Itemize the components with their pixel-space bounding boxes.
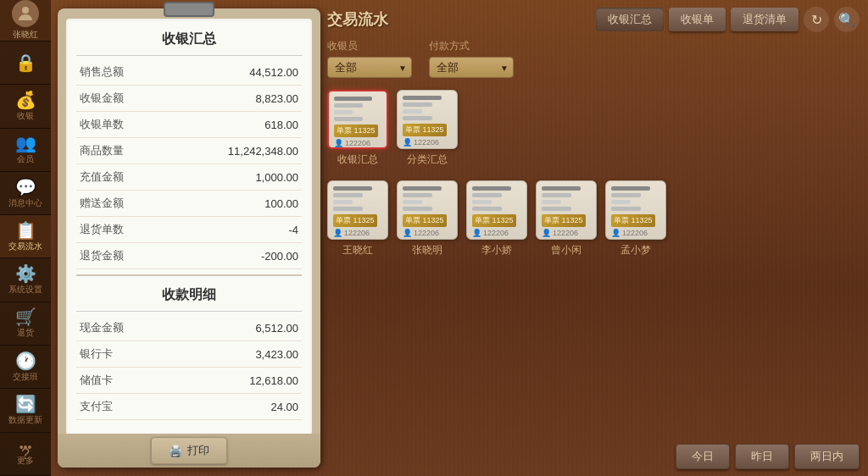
card-item-card-lixiaoqiao[interactable]: 单票 11325 👤 122206 李小娇 bbox=[466, 180, 527, 257]
card-user-id: 122206 bbox=[414, 229, 439, 237]
transaction-icon: 📋 bbox=[15, 222, 36, 239]
message-icon: 💬 bbox=[15, 179, 36, 196]
refund-list-button[interactable]: 退货清单 bbox=[731, 8, 798, 31]
summary-row: 赠送金额100.00 bbox=[76, 191, 302, 217]
card-line-1 bbox=[334, 97, 372, 101]
sidebar-shift-label: 交接班 bbox=[13, 372, 38, 382]
top-bar: 交易流水 收银汇总 收银单 退货清单 ↻ 🔍 bbox=[327, 7, 860, 32]
search-button[interactable]: 🔍 bbox=[834, 7, 860, 32]
card-badge: 单票 11325 bbox=[333, 214, 377, 227]
row-label: 收银单数 bbox=[76, 112, 166, 138]
row-label: 销售总额 bbox=[76, 59, 166, 86]
row-value: 1,000.00 bbox=[166, 164, 302, 191]
sidebar-item-cashier[interactable]: 💰 收银 bbox=[0, 85, 51, 128]
card-info: 单票 11325 👤 122206 bbox=[334, 125, 381, 147]
section-divider bbox=[76, 274, 302, 276]
refund-icon: 🛒 bbox=[15, 308, 36, 325]
card-item-card-zengxiaoxian[interactable]: 单票 11325 👤 122206 曾小闲 bbox=[536, 180, 597, 257]
summary-button[interactable]: 收银汇总 bbox=[596, 8, 664, 31]
cards-row-1: 单票 11325 👤 122206 收银汇总 bbox=[327, 90, 860, 167]
payment-filter: 付款方式 全部 bbox=[429, 39, 514, 78]
card-box: 单票 11325 👤 122206 bbox=[327, 90, 388, 149]
card-item-card-summary[interactable]: 单票 11325 👤 122206 收银汇总 bbox=[327, 90, 388, 167]
avatar bbox=[12, 0, 39, 27]
sidebar-item-update[interactable]: 🔄 数据更新 bbox=[0, 389, 51, 432]
print-button[interactable]: 🖨️ 打印 bbox=[151, 437, 227, 464]
card-line-3 bbox=[611, 200, 631, 204]
card-lines bbox=[611, 186, 660, 211]
user-avatar-section[interactable]: 张晓红 bbox=[0, 0, 51, 42]
card-item-card-mengxiaomeng[interactable]: 单票 11325 👤 122206 孟小梦 bbox=[605, 180, 666, 257]
receipt-button[interactable]: 收银单 bbox=[669, 8, 726, 31]
sidebar-settings-label: 系统设置 bbox=[8, 285, 42, 295]
search-icon: 🔍 bbox=[838, 12, 855, 28]
row-label: 储值卡 bbox=[76, 368, 184, 394]
sidebar-item-transaction[interactable]: 📋 交易流水 bbox=[0, 215, 51, 258]
card-user-icon: 👤 bbox=[333, 229, 342, 237]
card-badge: 单票 11325 bbox=[403, 124, 447, 136]
summary-row: 销售总额44,512.00 bbox=[76, 59, 302, 86]
payment-select[interactable]: 全部 bbox=[429, 57, 514, 78]
card-badge: 单票 11325 bbox=[542, 214, 586, 227]
settings-icon: ⚙️ bbox=[15, 265, 36, 282]
sidebar-item-message[interactable]: 💬 消息中心 bbox=[0, 172, 51, 215]
cashier-filter-label: 收银员 bbox=[327, 39, 412, 53]
card-info: 单票 11325 👤 122206 bbox=[333, 214, 382, 237]
card-line-4 bbox=[333, 207, 363, 211]
card-line-1 bbox=[472, 186, 511, 191]
summary-row: 收银金额8,823.00 bbox=[76, 86, 302, 112]
row-label: 商品数量 bbox=[76, 138, 166, 164]
sidebar-item-member[interactable]: 👥 会员 bbox=[0, 129, 51, 172]
sidebar-item-lock[interactable]: 🔒 bbox=[0, 42, 51, 85]
detail-row: 储值卡12,618.00 bbox=[76, 368, 302, 394]
cashier-icon: 💰 bbox=[15, 91, 36, 108]
yesterday-button[interactable]: 昨日 bbox=[735, 444, 789, 469]
card-lines bbox=[403, 186, 452, 211]
card-user-icon: 👤 bbox=[472, 229, 481, 237]
bottom-bar: 今日 昨日 两日内 bbox=[327, 444, 860, 469]
help-button[interactable]: ? bbox=[0, 439, 51, 469]
card-item-card-zhangxiaomin[interactable]: 单票 11325 👤 122206 张晓明 bbox=[397, 180, 458, 257]
card-info: 单票 11325 👤 122206 bbox=[403, 124, 452, 147]
refresh-button[interactable]: ↻ bbox=[804, 7, 829, 32]
card-label: 李小娇 bbox=[481, 243, 512, 257]
card-lines bbox=[334, 97, 381, 121]
member-icon: 👥 bbox=[15, 135, 36, 152]
today-button[interactable]: 今日 bbox=[676, 444, 730, 469]
update-icon: 🔄 bbox=[15, 396, 36, 412]
card-line-2 bbox=[334, 103, 363, 108]
card-item-card-wangxiaohong[interactable]: 单票 11325 👤 122206 王晓红 bbox=[327, 180, 388, 257]
main-area: 收银汇总 销售总额44,512.00收银金额8,823.00收银单数618.00… bbox=[51, 0, 868, 476]
card-line-4 bbox=[403, 116, 432, 120]
card-line-3 bbox=[542, 200, 561, 204]
svg-point-0 bbox=[22, 7, 29, 14]
summary-table: 销售总额44,512.00收银金额8,823.00收银单数618.00商品数量1… bbox=[76, 59, 302, 269]
shift-icon: 🕐 bbox=[15, 352, 36, 369]
sidebar-item-shift[interactable]: 🕐 交接班 bbox=[0, 346, 51, 389]
card-item-card-category[interactable]: 单票 11325 👤 122206 分类汇总 bbox=[397, 90, 458, 167]
cards-area: 单票 11325 👤 122206 收银汇总 bbox=[327, 86, 860, 440]
cashier-select-wrapper: 全部 bbox=[327, 57, 412, 78]
detail-row: 支付宝24.00 bbox=[76, 394, 302, 420]
row-value: 100.00 bbox=[166, 191, 302, 217]
card-user-id: 122206 bbox=[622, 229, 648, 237]
card-line-1 bbox=[403, 186, 442, 191]
card-user-id: 122206 bbox=[414, 138, 439, 147]
print-icon: 🖨️ bbox=[169, 445, 182, 457]
refresh-icon: ↻ bbox=[811, 12, 822, 28]
card-user-icon: 👤 bbox=[542, 229, 551, 237]
card-line-1 bbox=[611, 186, 650, 191]
clipboard: 收银汇总 销售总额44,512.00收银金额8,823.00收银单数618.00… bbox=[58, 8, 320, 468]
sidebar-item-settings[interactable]: ⚙️ 系统设置 bbox=[0, 258, 51, 302]
summary-row: 退货单数-4 bbox=[76, 217, 302, 243]
row-value: 8,823.00 bbox=[166, 86, 302, 112]
row-value: 24.00 bbox=[184, 394, 302, 420]
card-lines bbox=[542, 186, 591, 211]
card-user-id: 122206 bbox=[553, 229, 578, 237]
clipboard-clip bbox=[164, 2, 214, 17]
row-value: 44,512.00 bbox=[166, 59, 302, 86]
sidebar-item-refund[interactable]: 🛒 退货 bbox=[0, 302, 51, 346]
two-days-button[interactable]: 两日内 bbox=[794, 444, 860, 469]
cashier-select[interactable]: 全部 bbox=[327, 57, 412, 78]
card-label: 孟小梦 bbox=[620, 243, 651, 257]
